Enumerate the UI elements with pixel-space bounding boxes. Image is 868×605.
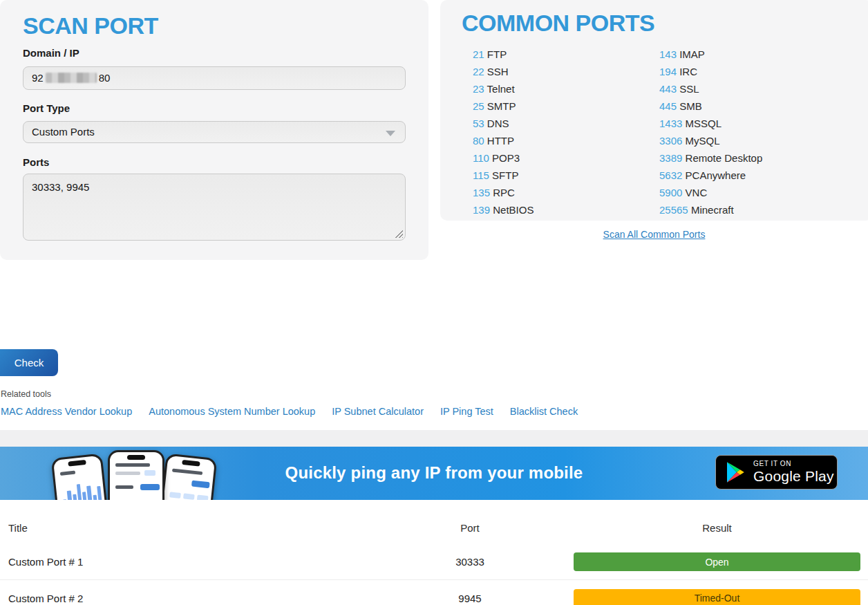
header-result: Result [511,522,868,534]
port-link-vnc[interactable]: 5900 VNC [659,184,762,201]
port-link-sftp[interactable]: 115 SFTP [473,167,534,184]
port-link-minecraft[interactable]: 25565 Minecraft [659,201,762,218]
port-link-dns[interactable]: 53 DNS [473,115,534,132]
result-port: 30333 [428,556,511,568]
result-title: Custom Port # 1 [0,556,428,568]
port-link-http[interactable]: 80 HTTP [473,132,534,149]
port-link-smb[interactable]: 445 SMB [659,97,762,115]
header-port: Port [428,522,511,534]
phone-mockup-dns-propagation [108,450,164,500]
google-play-icon [725,461,746,483]
port-scanner-page: SCAN PORT Domain / IP 9280 Port Type Cus… [0,0,868,605]
port-link-netbios[interactable]: 139 NetBIOS [473,201,534,218]
ports-textarea[interactable]: 30333, 9945 [23,174,406,241]
status-badge-open: Open [574,552,860,571]
port-link-mysql[interactable]: 3306 MySQL [659,132,762,149]
port-type-selected-value: Custom Ports [32,126,95,138]
results-header-row: Title Port Result [0,500,868,544]
scan-port-panel: SCAN PORT Domain / IP 9280 Port Type Cus… [0,0,428,260]
common-ports-column-2: 143 IMAP 194 IRC 443 SSL 445 SMB 1433 MS… [659,46,762,218]
ports-value: 30333, 9945 [32,181,89,193]
table-row: Custom Port # 1 30333 Open [0,544,868,580]
scan-all-wrap: Scan All Common Ports [440,228,868,241]
link-ip-ping-test[interactable]: IP Ping Test [440,406,493,417]
google-play-badge[interactable]: GET IT ON Google Play [715,455,838,490]
scan-port-title: SCAN PORT [23,12,158,39]
check-button[interactable]: Check [0,349,58,376]
result-port: 9945 [428,593,511,604]
domain-ip-value-suffix: 80 [99,72,111,84]
domain-ip-value-prefix: 92 [32,72,44,84]
scan-all-common-ports-link[interactable]: Scan All Common Ports [603,229,706,240]
phone-mockup-ping-chart [51,453,111,500]
header-title: Title [0,522,428,534]
port-link-telnet[interactable]: 23 Telnet [473,80,534,97]
port-type-label: Port Type [23,102,70,114]
link-mac-address-vendor-lookup[interactable]: MAC Address Vendor Lookup [1,406,132,417]
status-badge-timed-out: Timed-Out [574,589,860,605]
play-badge-get-it-on: GET IT ON [753,460,834,467]
common-ports-panel: COMMON PORTS 21 FTP 22 SSH 23 Telnet 25 … [440,0,868,221]
port-link-imap[interactable]: 143 IMAP [659,46,762,63]
port-link-ssh[interactable]: 22 SSH [473,63,534,80]
domain-ip-input[interactable]: 9280 [23,66,406,90]
link-blacklist-check[interactable]: Blacklist Check [510,406,578,417]
port-link-smtp[interactable]: 25 SMTP [473,97,534,115]
result-title: Custom Port # 2 [0,593,428,604]
common-ports-column-1: 21 FTP 22 SSH 23 Telnet 25 SMTP 53 DNS 8… [473,46,534,218]
link-asn-lookup[interactable]: Autonomous System Number Lookup [149,406,315,417]
port-link-pcanywhere[interactable]: 5632 PCAnywhere [659,167,762,184]
related-tools-links: MAC Address Vendor Lookup Autonomous Sys… [1,406,623,417]
phone-mockup-tools-form [158,453,218,500]
port-link-pop3[interactable]: 110 POP3 [473,149,534,167]
common-ports-title: COMMON PORTS [462,10,654,37]
port-link-ftp[interactable]: 21 FTP [473,46,534,63]
chevron-down-icon [386,131,395,136]
port-link-ssl[interactable]: 443 SSL [659,80,762,97]
mobile-app-banner[interactable]: Quickly ping any IP from your mobile GET… [0,447,868,500]
port-link-irc[interactable]: 194 IRC [659,63,762,80]
link-ip-subnet-calculator[interactable]: IP Subnet Calculator [332,406,424,417]
domain-ip-redacted-blur [46,73,97,83]
play-badge-google-play: Google Play [753,468,834,485]
domain-ip-label: Domain / IP [23,47,79,59]
phone-mockups-image [40,449,223,500]
scan-results-table: Title Port Result Custom Port # 1 30333 … [0,500,868,605]
port-type-select[interactable]: Custom Ports [23,121,406,143]
related-tools-heading: Related tools [1,389,51,399]
port-link-rpc[interactable]: 135 RPC [473,184,534,201]
section-divider-strip [0,430,868,447]
table-row: Custom Port # 2 9945 Timed-Out [0,580,868,605]
ports-label: Ports [23,156,49,168]
port-link-remote-desktop[interactable]: 3389 Remote Desktop [659,149,762,167]
port-link-mssql[interactable]: 1433 MSSQL [659,115,762,132]
resize-grip-icon[interactable] [395,230,403,238]
